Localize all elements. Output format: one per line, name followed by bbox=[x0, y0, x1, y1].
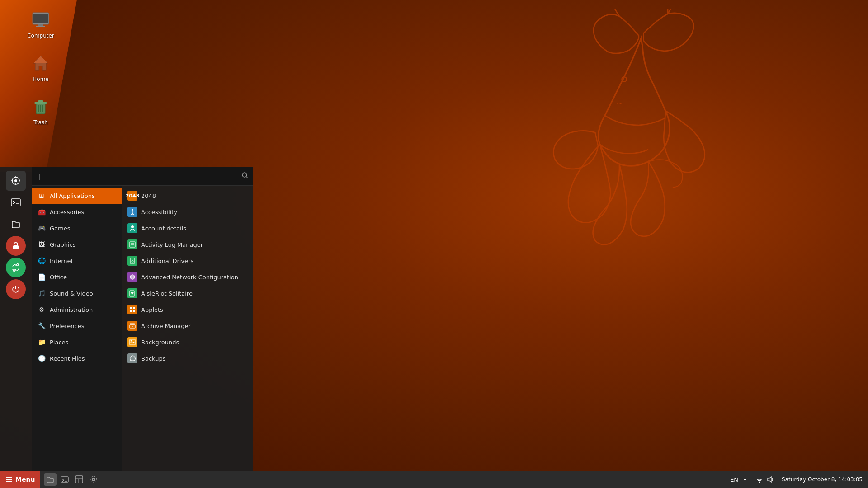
search-button[interactable] bbox=[241, 172, 249, 181]
category-sound-video-label: Sound & Video bbox=[50, 290, 93, 297]
taskbar-files1-icon bbox=[46, 475, 55, 484]
category-recent[interactable]: 🕐 Recent Files bbox=[32, 350, 122, 366]
computer-icon[interactable]: Computer bbox=[23, 9, 59, 39]
terminal-icon bbox=[10, 197, 21, 208]
volume-icon bbox=[767, 476, 774, 483]
sound-video-icon: 🎵 bbox=[37, 289, 46, 298]
app-account-details[interactable]: Account details bbox=[122, 220, 253, 236]
category-accessories[interactable]: 🧰 Accessories bbox=[32, 204, 122, 220]
svg-rect-19 bbox=[11, 199, 20, 206]
preferences-icon: 🔧 bbox=[37, 321, 46, 330]
taskbar-apps bbox=[40, 473, 104, 486]
svg-rect-4 bbox=[36, 26, 45, 27]
category-sound-video[interactable]: 🎵 Sound & Video bbox=[32, 285, 122, 301]
svg-text:♥: ♥ bbox=[131, 291, 134, 296]
svg-point-55 bbox=[759, 482, 760, 483]
taskbar-lang[interactable]: EN bbox=[730, 476, 738, 483]
svg-rect-43 bbox=[130, 339, 135, 345]
taskbar-separator-1 bbox=[752, 475, 752, 484]
computer-icon-img bbox=[30, 9, 52, 31]
category-places[interactable]: 📁 Places bbox=[32, 334, 122, 350]
taskbar-datetime: Saturday October 8, 14:03:05 bbox=[782, 476, 863, 483]
app-backgrounds[interactable]: Backgrounds bbox=[122, 334, 253, 350]
taskbar-terminal-icon bbox=[60, 475, 69, 484]
taskbar-menu-button[interactable]: Menu bbox=[0, 471, 40, 488]
app-applets[interactable]: Applets bbox=[122, 301, 253, 318]
svg-point-30 bbox=[132, 260, 133, 262]
app-network-label: Advanced Network Configuration bbox=[141, 274, 238, 281]
all-apps-icon: ⊞ bbox=[37, 191, 46, 200]
sidebar-update[interactable] bbox=[6, 258, 26, 277]
home-icon-img bbox=[30, 52, 52, 74]
lang-arrow-icon bbox=[742, 476, 748, 483]
category-preferences-label: Preferences bbox=[50, 323, 84, 329]
trash-icon-img bbox=[30, 96, 52, 117]
app-additional-drivers[interactable]: Additional Drivers bbox=[122, 253, 253, 269]
app-backups-icon bbox=[127, 353, 137, 363]
app-archive-icon bbox=[127, 321, 137, 331]
category-office[interactable]: 📄 Office bbox=[32, 269, 122, 285]
sidebar-terminal[interactable] bbox=[6, 192, 26, 212]
category-games[interactable]: 🎮 Games bbox=[32, 220, 122, 236]
apps-list: 2048 2048 Accessibility Account details bbox=[122, 186, 253, 471]
sidebar-control-center[interactable] bbox=[6, 171, 26, 191]
taskbar-app-settings[interactable] bbox=[87, 473, 100, 486]
svg-point-24 bbox=[132, 209, 133, 211]
home-icon[interactable]: Home bbox=[23, 52, 59, 82]
svg-rect-46 bbox=[6, 479, 12, 480]
search-icon bbox=[241, 172, 249, 179]
app-advanced-network[interactable]: Advanced Network Configuration bbox=[122, 269, 253, 285]
trash-icon[interactable]: Trash bbox=[23, 96, 59, 126]
search-input[interactable] bbox=[36, 171, 241, 182]
taskbar-right: EN Saturday October 8, 14:03:05 bbox=[725, 475, 868, 484]
svg-rect-2 bbox=[33, 14, 48, 23]
app-backgrounds-icon bbox=[127, 337, 137, 347]
category-administration-label: Administration bbox=[50, 306, 93, 313]
antelope-illustration bbox=[461, 9, 778, 348]
category-preferences[interactable]: 🔧 Preferences bbox=[32, 318, 122, 334]
svg-rect-3 bbox=[38, 24, 43, 26]
app-archive-manager[interactable]: Archive Manager bbox=[122, 318, 253, 334]
files-icon bbox=[10, 219, 21, 230]
sidebar-files[interactable] bbox=[6, 214, 26, 234]
trash-label: Trash bbox=[33, 119, 48, 126]
category-all[interactable]: ⊞ All Applications bbox=[32, 188, 122, 204]
app-network-icon bbox=[127, 272, 137, 282]
svg-line-23 bbox=[246, 177, 248, 178]
sidebar-power[interactable] bbox=[6, 279, 26, 299]
svg-rect-41 bbox=[131, 323, 134, 325]
app-activity-log[interactable]: Activity Log Manager bbox=[122, 236, 253, 253]
category-accessories-label: Accessories bbox=[50, 209, 84, 216]
category-administration[interactable]: ⚙️ Administration bbox=[32, 301, 122, 318]
graphics-icon: 🖼 bbox=[37, 240, 46, 249]
app-2048[interactable]: 2048 2048 bbox=[122, 188, 253, 204]
office-icon: 📄 bbox=[37, 272, 46, 282]
control-center-icon bbox=[10, 175, 21, 186]
app-applets-icon bbox=[127, 305, 137, 314]
network-icon bbox=[756, 476, 763, 483]
svg-point-54 bbox=[90, 476, 97, 483]
category-graphics[interactable]: 🖼 Graphics bbox=[32, 236, 122, 253]
svg-rect-37 bbox=[133, 307, 135, 309]
internet-icon: 🌐 bbox=[37, 256, 46, 265]
menu-panel: ⊞ All Applications 🧰 Accessories 🎮 Games… bbox=[32, 167, 253, 471]
app-2048-icon: 2048 bbox=[127, 191, 137, 201]
taskbar-app-terminal[interactable] bbox=[58, 473, 71, 486]
app-backgrounds-label: Backgrounds bbox=[141, 339, 179, 346]
app-archive-label: Archive Manager bbox=[141, 323, 191, 329]
taskbar-app-files1[interactable] bbox=[44, 473, 57, 486]
app-backups[interactable]: Backups bbox=[122, 350, 253, 366]
sidebar-lock[interactable] bbox=[6, 236, 26, 256]
category-internet[interactable]: 🌐 Internet bbox=[32, 253, 122, 269]
taskbar-app-files2[interactable] bbox=[73, 473, 85, 486]
category-office-label: Office bbox=[50, 274, 67, 281]
app-aisleriot[interactable]: ♥ AisleRiot Solitaire bbox=[122, 285, 253, 301]
places-icon: 📁 bbox=[37, 338, 46, 347]
app-account-icon bbox=[127, 223, 137, 233]
svg-point-13 bbox=[14, 179, 17, 182]
power-icon bbox=[11, 284, 21, 294]
svg-point-53 bbox=[92, 478, 95, 481]
taskbar-files2-icon bbox=[75, 475, 84, 484]
category-places-label: Places bbox=[50, 339, 68, 346]
app-accessibility[interactable]: Accessibility bbox=[122, 204, 253, 220]
